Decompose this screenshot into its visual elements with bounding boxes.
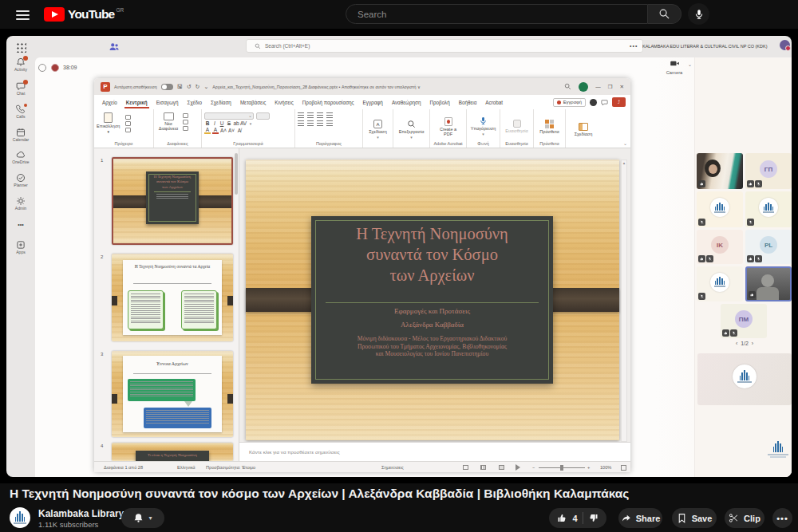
participant-tile-pl[interactable]: PL bbox=[745, 230, 792, 264]
tab-help[interactable]: Βοήθεια bbox=[459, 100, 477, 105]
fit-slide-icon[interactable] bbox=[621, 465, 626, 471]
bold-button[interactable]: B bbox=[204, 120, 211, 126]
autosave-toggle[interactable] bbox=[161, 84, 173, 90]
share-button-yt[interactable]: Share bbox=[618, 508, 662, 528]
italic-button[interactable]: I bbox=[211, 120, 218, 126]
maximize-icon[interactable]: ❐ bbox=[608, 84, 613, 90]
sidebar-item-onedrive[interactable]: OneDrive bbox=[6, 150, 35, 164]
participant-tile-logo1[interactable] bbox=[697, 191, 743, 227]
bullets-icon[interactable] bbox=[298, 112, 304, 118]
sidebar-item-planner[interactable]: Planner bbox=[6, 173, 35, 187]
clear-format-button[interactable]: A̸ bbox=[236, 128, 243, 133]
page-next-icon[interactable]: › bbox=[752, 341, 753, 346]
designer-button[interactable]: Σχεδίαση bbox=[566, 112, 601, 148]
status-language[interactable]: Ελληνικά bbox=[177, 465, 195, 470]
sidebar-item-admin[interactable]: Admin bbox=[6, 196, 35, 211]
tab-file[interactable]: Αρχείο bbox=[102, 100, 117, 105]
numbering-icon[interactable] bbox=[307, 112, 314, 118]
notes-area[interactable]: Κάντε κλικ για να προσθέσετε σημειώσεις bbox=[239, 442, 630, 461]
cameo-icon[interactable] bbox=[590, 99, 597, 106]
menu-icon[interactable] bbox=[16, 10, 30, 20]
comments-icon[interactable] bbox=[601, 99, 608, 106]
drawing-button[interactable]: A Σχεδίαση▾ bbox=[363, 112, 393, 148]
sidebar-item-chat[interactable]: Chat bbox=[6, 81, 35, 96]
close-icon[interactable]: ✕ bbox=[620, 84, 624, 90]
stop-recording-icon[interactable] bbox=[38, 64, 46, 72]
strikethrough-button[interactable]: S bbox=[226, 120, 232, 126]
highlight-button[interactable]: A bbox=[204, 127, 211, 134]
tab-record[interactable]: Εγγραφή bbox=[363, 100, 383, 105]
sidebar-item-apps[interactable]: Apps bbox=[6, 240, 35, 254]
align-left-icon[interactable] bbox=[298, 120, 304, 126]
new-slide-button[interactable]: Νέα Διαφάνεια bbox=[156, 112, 180, 131]
tab-animations[interactable]: Κινήσεις bbox=[275, 100, 293, 105]
layout-icon[interactable] bbox=[183, 113, 188, 118]
align-right-icon[interactable] bbox=[317, 120, 323, 126]
thumbnail-scrollbar[interactable] bbox=[235, 153, 238, 195]
tab-draw[interactable]: Σχεδίαση bbox=[211, 100, 231, 105]
paste-button[interactable]: Επικόλληση▾ bbox=[97, 112, 120, 134]
self-view-tile[interactable] bbox=[697, 353, 792, 405]
font-color-button[interactable]: A bbox=[212, 127, 219, 134]
zoom-slider-knob[interactable] bbox=[560, 465, 563, 471]
align-center-icon[interactable] bbox=[307, 120, 314, 126]
status-accessibility[interactable]: Προσβασιμότητα: Έτοιμο bbox=[206, 465, 255, 470]
collapse-ribbon-icon[interactable]: ⌄ bbox=[623, 140, 627, 146]
status-notes-button[interactable]: Σημειώσεις bbox=[381, 465, 404, 470]
participant-tile-ik[interactable]: IK bbox=[697, 230, 743, 264]
underline-button[interactable]: U bbox=[219, 120, 225, 126]
editing-button[interactable]: Επεξεργασία▾ bbox=[393, 112, 429, 148]
sidebar-item-activity[interactable]: Activity bbox=[6, 57, 35, 72]
shadow-button[interactable]: ab bbox=[233, 120, 239, 126]
indent-icon[interactable] bbox=[317, 112, 323, 118]
participant-video-tile-active[interactable] bbox=[745, 266, 792, 301]
tab-insert[interactable]: Εισαγωγή bbox=[156, 100, 179, 105]
section-icon[interactable] bbox=[183, 126, 188, 131]
char-down-button[interactable]: A˅ bbox=[228, 128, 235, 133]
more-actions-button[interactable]: ••• bbox=[772, 508, 792, 528]
font-size-select[interactable] bbox=[256, 112, 270, 120]
view-reading-icon[interactable] bbox=[499, 465, 504, 470]
undo-icon[interactable]: ↺ bbox=[187, 84, 192, 90]
spacing-icon[interactable] bbox=[326, 112, 333, 118]
participant-tile-pm[interactable]: ΠΜ bbox=[721, 304, 767, 338]
channel-name[interactable]: Kalambaka Library bbox=[38, 508, 124, 519]
slide-canvas[interactable]: Η Τεχνητή Νοημοσύνη συναντά τον Κόσμο τω… bbox=[246, 160, 619, 440]
reset-icon[interactable] bbox=[183, 120, 188, 124]
tab-review[interactable]: Αναθεώρηση bbox=[392, 100, 421, 105]
notifications-button[interactable]: ▾ bbox=[121, 508, 164, 528]
cut-icon[interactable] bbox=[125, 115, 131, 120]
format-painter-icon[interactable] bbox=[125, 128, 131, 132]
slide-thumbnail-1[interactable]: Η Τεχνητή Νοημοσύνησυναντά τον Κόσμοτων … bbox=[112, 157, 233, 245]
youtube-logo[interactable]: YouTube GR bbox=[44, 7, 124, 22]
zoom-level[interactable]: 100% bbox=[600, 465, 611, 470]
ppt-share-button[interactable]: ⤴ bbox=[612, 97, 626, 107]
participant-tile-gp[interactable]: ΓΠ bbox=[745, 153, 792, 189]
video-player[interactable]: Search (Ctrl+Alt+E) ••• KALAMBAKA EDU LI… bbox=[0, 29, 798, 483]
clip-button[interactable]: Clip bbox=[725, 508, 764, 528]
char-up-button[interactable]: A˄ bbox=[220, 128, 227, 133]
voice-search-button[interactable] bbox=[688, 3, 709, 25]
ppt-user-avatar[interactable] bbox=[579, 82, 588, 92]
tab-acrobat[interactable]: Acrobat bbox=[485, 100, 503, 105]
participant-tile-logo3[interactable] bbox=[697, 266, 743, 301]
view-slideshow-icon[interactable] bbox=[516, 464, 520, 471]
participant-video-tile[interactable] bbox=[697, 153, 743, 189]
slide-thumbnail-3[interactable]: Έννοια Αρχείων bbox=[112, 351, 233, 437]
columns-icon[interactable] bbox=[326, 120, 333, 126]
participant-tile-logo2[interactable] bbox=[745, 191, 792, 227]
page-prev-icon[interactable]: ‹ bbox=[736, 341, 737, 346]
ppt-search-icon[interactable] bbox=[564, 83, 571, 90]
search-input[interactable]: Search bbox=[346, 4, 648, 24]
search-button[interactable] bbox=[648, 4, 681, 24]
sidebar-item-calls[interactable]: Calls bbox=[6, 104, 35, 119]
view-normal-icon[interactable] bbox=[463, 465, 468, 470]
dislike-icon[interactable] bbox=[588, 513, 598, 523]
teams-search-input[interactable]: Search (Ctrl+Alt+E) bbox=[246, 39, 643, 53]
camera-button[interactable]: Camera bbox=[662, 58, 686, 75]
channel-avatar[interactable] bbox=[10, 507, 30, 528]
ppt-record-button[interactable]: Εγγραφή bbox=[553, 98, 586, 107]
waffle-menu-icon[interactable] bbox=[16, 42, 26, 53]
slide-scrollbar[interactable]: ▴ bbox=[621, 160, 627, 442]
more-options-icon[interactable]: ••• bbox=[630, 43, 638, 49]
